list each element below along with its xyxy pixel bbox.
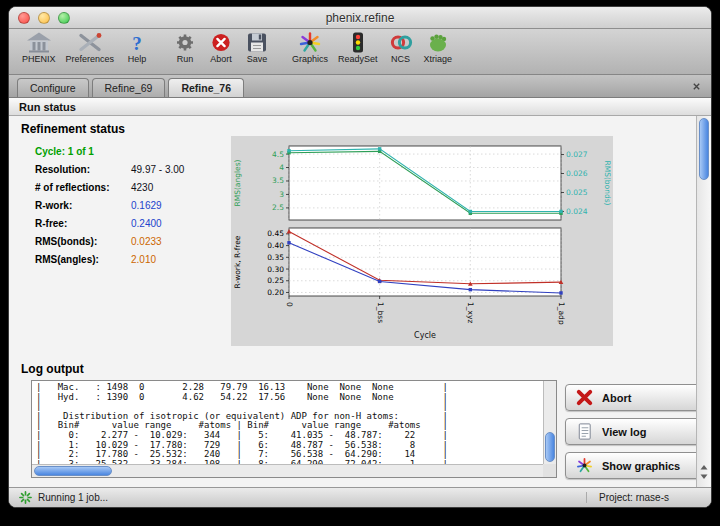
log-horizontal-scrollbar[interactable]	[32, 464, 543, 477]
log-hscroll-thumb[interactable]	[34, 466, 112, 476]
stat-row-rms-angles: RMS(angles): 2.010	[35, 250, 231, 268]
main-toolbar: PHENIX Preferences ? Help Run Abort Save…	[9, 29, 711, 75]
run-status-header: Run status	[9, 98, 711, 116]
xtriage-icon	[425, 31, 451, 54]
abort-button[interactable]: Abort	[565, 384, 707, 411]
app-window: phenix.refine PHENIX Preferences ? Help …	[8, 6, 712, 508]
svg-text:RMS(bonds): RMS(bonds)	[603, 160, 612, 205]
content-vertical-scrollbar[interactable]	[696, 116, 711, 487]
svg-text:0.25: 0.25	[267, 276, 284, 285]
running-spinner-icon	[19, 491, 32, 504]
help-icon: ?	[124, 31, 150, 54]
svg-text:0.025: 0.025	[566, 188, 588, 197]
toolbar-item-preferences[interactable]: Preferences	[61, 31, 120, 64]
svg-text:0.027: 0.027	[566, 150, 588, 159]
tab-configure[interactable]: Configure	[17, 78, 89, 97]
toolbar-item-graphics[interactable]: Graphics	[287, 31, 333, 64]
svg-text:3.5: 3.5	[272, 176, 284, 185]
refinement-status-title: Refinement status	[21, 122, 125, 136]
close-icon	[692, 82, 701, 91]
show-graphics-button[interactable]: Show graphics	[565, 452, 707, 479]
svg-text:Cycle: Cycle	[414, 331, 436, 340]
stat-row-r-free: R-free: 0.2400	[35, 214, 231, 232]
zoom-window-button[interactable]	[58, 12, 70, 24]
job-status-text: Running 1 job...	[38, 492, 108, 503]
readyset-traffic-light-icon	[345, 31, 371, 54]
toolbar-item-label: Help	[128, 54, 147, 64]
stat-row-rms-bonds: RMS(bonds): 0.0233	[35, 232, 231, 250]
toolbar-item-xtriage[interactable]: Xtriage	[419, 31, 458, 64]
run-status-header-label: Run status	[19, 101, 76, 113]
toolbar-item-label: Graphics	[292, 54, 328, 64]
job-status: Running 1 job...	[19, 491, 108, 504]
tab-label: Refine_76	[181, 82, 231, 94]
svg-text:0.40: 0.40	[267, 241, 284, 250]
tab-refine-76[interactable]: Refine_76	[168, 78, 244, 97]
svg-text:4: 4	[279, 163, 284, 172]
stat-row-resolution: Resolution: 49.97 - 3.00	[35, 160, 231, 178]
cycle-indicator: Cycle: 1 of 1	[35, 142, 231, 160]
toolbar-item-ncs[interactable]: NCS	[383, 31, 419, 64]
svg-text:R-work, R-free: R-work, R-free	[233, 235, 242, 288]
view-log-icon	[575, 422, 594, 441]
toolbar-item-abort[interactable]: Abort	[203, 31, 239, 64]
scroll-up-icon	[701, 465, 708, 470]
svg-text:4.5: 4.5	[272, 150, 284, 159]
stat-value: 2.010	[131, 254, 156, 265]
log-output-title: Log output	[21, 362, 84, 376]
save-icon	[244, 31, 270, 54]
svg-text:3: 3	[279, 190, 284, 199]
stat-label: R-work:	[35, 200, 131, 211]
toolbar-item-label: Abort	[210, 54, 232, 64]
close-window-button[interactable]	[18, 12, 30, 24]
stat-value: 0.1629	[131, 200, 162, 211]
preferences-tools-icon	[77, 31, 103, 54]
project-label: Project: rnase-s	[586, 492, 669, 503]
stat-row-r-work: R-work: 0.1629	[35, 196, 231, 214]
toolbar-item-label: Save	[247, 54, 268, 64]
toolbar-item-phenix[interactable]: PHENIX	[17, 31, 61, 64]
refinement-stats: Cycle: 1 of 1 Resolution: 49.97 - 3.00 #…	[35, 142, 231, 268]
stat-value: 0.0233	[131, 236, 162, 247]
stat-label: Resolution:	[35, 164, 131, 175]
stat-value: 4230	[131, 182, 153, 193]
minimize-window-button[interactable]	[38, 12, 50, 24]
toolbar-item-label: Preferences	[66, 54, 115, 64]
toolbar-item-help[interactable]: ? Help	[119, 31, 155, 64]
stat-value: 49.97 - 3.00	[131, 164, 184, 175]
log-output[interactable]: | Mac. : 1498 0 2.28 79.79 16.13 None No…	[31, 380, 557, 478]
cycle-text: Cycle: 1 of 1	[35, 146, 94, 157]
toolbar-item-run[interactable]: Run	[167, 31, 203, 64]
traffic-lights	[18, 12, 70, 24]
toolbar-item-readyset[interactable]: ReadySet	[333, 31, 383, 64]
view-log-button[interactable]: View log	[565, 418, 707, 445]
tab-label: Configure	[30, 82, 76, 94]
ncs-icon	[388, 31, 414, 54]
toolbar-item-save[interactable]: Save	[239, 31, 275, 64]
stat-label: # of reflections:	[35, 182, 131, 193]
svg-text:0: 0	[285, 302, 294, 307]
tab-refine-69[interactable]: Refine_69	[92, 78, 166, 97]
scrollbar-arrow-buttons[interactable]	[699, 463, 709, 485]
content-vscroll-thumb[interactable]	[699, 118, 709, 180]
title-bar[interactable]: phenix.refine	[9, 7, 711, 29]
svg-text:?: ?	[132, 33, 142, 54]
log-vscroll-thumb[interactable]	[545, 432, 555, 462]
log-vertical-scrollbar[interactable]	[543, 381, 556, 464]
svg-text:0.35: 0.35	[267, 253, 284, 262]
stat-label: RMS(angles):	[35, 254, 131, 265]
action-buttons: Abort View log Show graphics	[565, 384, 707, 479]
close-tab-button[interactable]	[690, 80, 702, 92]
scroll-down-icon	[701, 475, 708, 480]
view-log-button-label: View log	[602, 426, 646, 438]
abort-button-label: Abort	[602, 392, 631, 404]
svg-text:0.20: 0.20	[267, 288, 284, 297]
toolbar-item-label: PHENIX	[22, 54, 56, 64]
window-title: phenix.refine	[9, 11, 711, 25]
abort-icon	[208, 31, 234, 54]
phenix-home-icon	[26, 31, 52, 54]
svg-text:2.5: 2.5	[272, 203, 284, 212]
svg-text:RMS(angles): RMS(angles)	[233, 159, 242, 206]
tab-label: Refine_69	[105, 82, 153, 94]
toolbar-item-label: ReadySet	[338, 54, 378, 64]
